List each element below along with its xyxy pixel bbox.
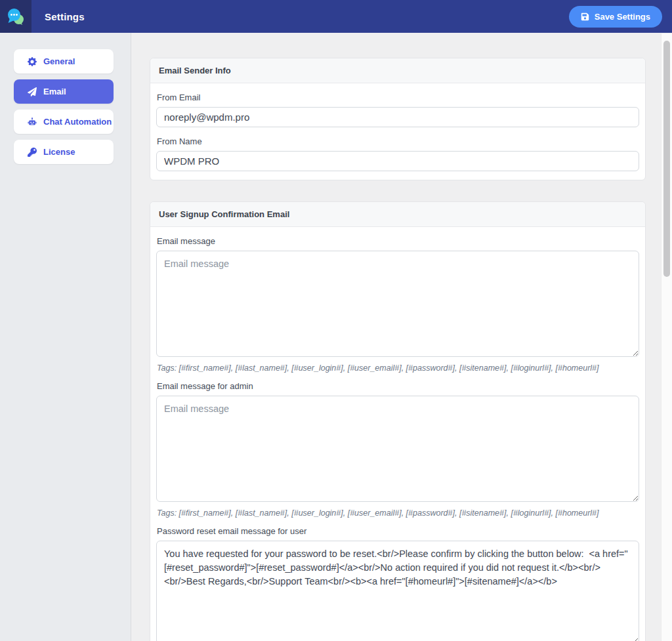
email-message-admin-label: Email message for admin	[157, 381, 639, 392]
section-email-sender-info: Email Sender Info From Email From Name	[150, 58, 646, 180]
from-email-label: From Email	[157, 93, 639, 103]
sidebar-item-label: General	[43, 56, 75, 66]
section-title: User Signup Confirmation Email	[150, 202, 645, 227]
chat-logo-icon	[0, 0, 32, 33]
password-reset-message-textarea[interactable]: You have requested for your password to …	[156, 541, 639, 641]
password-reset-message-label: Password reset email message for user	[157, 526, 639, 537]
tags-hint: Tags: [#first_name#], [#last_name#], [#u…	[157, 363, 639, 373]
sidebar-item-chat-automation[interactable]: Chat Automation	[14, 110, 114, 134]
sidebar-item-general[interactable]: General	[14, 49, 114, 73]
section-title: Email Sender Info	[150, 58, 645, 83]
page-title: Settings	[45, 11, 85, 22]
app-header: Settings Save Settings	[0, 0, 672, 33]
scrollbar-thumb[interactable]	[663, 41, 670, 277]
save-icon	[581, 12, 589, 21]
scrollbar[interactable]	[661, 33, 672, 641]
sidebar-item-email[interactable]: Email	[14, 79, 114, 104]
from-name-label: From Name	[157, 136, 639, 147]
save-settings-button[interactable]: Save Settings	[569, 6, 662, 28]
gear-icon	[28, 57, 37, 66]
paper-plane-icon	[28, 87, 37, 96]
email-message-label: Email message	[157, 236, 639, 247]
sidebar-item-label: Email	[43, 87, 66, 96]
save-settings-label: Save Settings	[595, 12, 650, 22]
settings-content: Email Sender Info From Email From Name U…	[131, 33, 672, 641]
sidebar-item-label: License	[43, 147, 75, 157]
email-message-textarea[interactable]	[156, 251, 639, 357]
sidebar-item-license[interactable]: License	[14, 140, 114, 164]
sidebar-item-label: Chat Automation	[43, 117, 112, 127]
key-icon	[28, 148, 37, 157]
settings-sidebar: General Email Chat Automation License	[0, 33, 131, 641]
robot-icon	[28, 117, 37, 127]
from-name-input[interactable]	[156, 151, 639, 171]
tags-hint: Tags: [#first_name#], [#last_name#], [#u…	[157, 508, 639, 518]
from-email-input[interactable]	[156, 107, 639, 127]
email-message-admin-textarea[interactable]	[156, 396, 639, 502]
section-user-signup-confirmation-email: User Signup Confirmation Email Email mes…	[150, 201, 646, 641]
